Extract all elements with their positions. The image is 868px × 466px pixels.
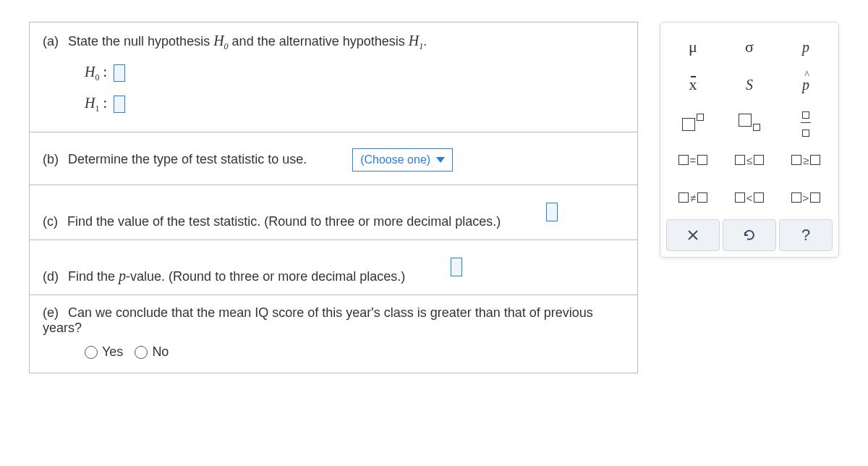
part-a-text-3: . [423,34,427,48]
p-ital: p [119,268,126,284]
symbol-fraction[interactable] [783,105,829,140]
lt-op: < [746,192,753,204]
select-label: (Choose one) [360,153,430,166]
part-c-letter: (c) [43,214,58,229]
part-c-text: Find the value of the test statistic. (R… [67,214,501,229]
symbol-superscript[interactable] [670,105,716,140]
symbol-palette: μ σ p x S p = ≤ ≥ [660,22,839,258]
yes-no-group: Yes No [85,344,624,360]
symbol-grid: μ σ p x S p = ≤ ≥ [666,30,833,215]
chevron-down-icon [436,157,445,163]
part-c: (c) Find the value of the test statistic… [30,185,637,240]
h0-row: H0 : [85,64,624,83]
h1-row: H1 : [85,95,624,114]
close-icon [686,229,699,242]
part-d-letter: (d) [43,269,59,284]
superscript-icon [682,114,704,131]
palette-toolbar: ? [666,219,833,251]
gt-op: > [803,192,809,204]
undo-button[interactable] [723,219,776,251]
part-b-text: Determine the type of test statistic to … [68,152,307,166]
h0-colon: : [99,64,107,80]
symbol-gt[interactable]: > [783,180,829,215]
xbar-inner: x [689,75,697,94]
test-statistic-select[interactable]: (Choose one) [352,148,453,171]
test-statistic-input[interactable] [546,203,558,221]
part-e: (e) Can we conclude that the mean IQ sco… [30,295,637,373]
symbol-le[interactable]: ≤ [726,143,773,177]
symbol-sigma[interactable]: σ [726,30,773,64]
no-label: No [152,344,169,360]
part-e-text: Can we conclude that the mean IQ score o… [43,305,593,335]
le-op: ≤ [746,154,752,166]
page-container: (a) State the null hypothesis H0 and the… [0,0,868,395]
part-b-letter: (b) [43,152,59,166]
symbol-subscript[interactable] [726,105,773,140]
help-button[interactable]: ? [779,219,833,251]
part-a-text-1: State the null hypothesis [68,34,213,48]
help-icon: ? [801,226,810,245]
eq-op: = [690,154,697,166]
part-e-letter: (e) [43,305,59,320]
h0-h: H [213,33,224,48]
symbol-ge[interactable]: ≥ [783,143,829,177]
yes-label: Yes [102,344,123,360]
symbol-lt[interactable]: < [726,180,773,215]
part-d-text-2: -value. (Round to three or more decimal … [126,269,405,284]
part-a-letter: (a) [43,34,59,48]
symbol-s[interactable]: S [726,67,773,102]
phat-inner: p [802,77,809,93]
ge-op: ≥ [803,154,809,166]
symbol-mu[interactable]: μ [670,30,716,64]
radio-no[interactable] [135,346,148,359]
h1-input[interactable] [114,96,125,113]
fraction-icon [801,106,811,140]
radio-yes[interactable] [85,346,98,359]
symbol-xbar[interactable]: x [670,67,716,102]
p-value-input[interactable] [451,258,462,276]
undo-icon [742,228,757,242]
part-d: (d) Find the p-value. (Round to three or… [30,240,637,295]
ne-op: ≠ [690,192,696,204]
h1-symbol-inline: H1 [409,33,423,48]
symbol-p-text: p [802,39,809,56]
part-d-text-1: Find the [68,269,119,284]
symbol-p[interactable]: p [783,30,829,64]
symbol-phat[interactable]: p [783,67,829,102]
h0-symbol-inline: H0 [213,33,228,48]
part-a: (a) State the null hypothesis H0 and the… [30,22,637,132]
h0-input[interactable] [114,64,125,82]
h1-row-h: H [85,95,95,111]
s-inner: S [746,77,753,93]
part-a-text-2: and the alternative hypothesis [229,34,409,48]
question-panel: (a) State the null hypothesis H0 and the… [29,22,638,373]
h0-row-h: H [85,64,95,80]
part-b: (b) Determine the type of test statistic… [30,132,637,185]
h1-colon: : [99,95,107,111]
h1-h: H [409,33,419,48]
symbol-ne[interactable]: ≠ [670,180,716,215]
clear-button[interactable] [666,219,720,251]
symbol-eq[interactable]: = [670,143,716,177]
subscript-icon [739,114,760,131]
